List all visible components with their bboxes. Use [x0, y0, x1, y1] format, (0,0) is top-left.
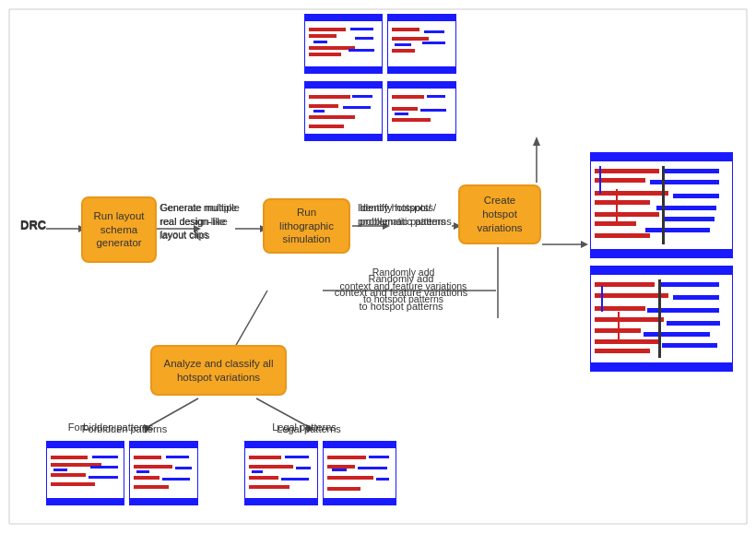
svg-rect-36	[313, 41, 327, 43]
svg-rect-87	[595, 282, 655, 287]
svg-rect-101	[601, 286, 603, 312]
svg-rect-118	[134, 465, 172, 469]
svg-rect-136	[323, 441, 396, 505]
svg-rect-115	[129, 441, 198, 448]
svg-rect-68	[595, 169, 659, 173]
svg-rect-113	[53, 469, 67, 471]
svg-rect-81	[662, 166, 665, 244]
svg-rect-129	[249, 465, 293, 469]
svg-rect-100	[658, 279, 661, 358]
svg-rect-75	[664, 169, 719, 173]
forbidden-patterns-label: Forbidden patterns	[51, 421, 171, 433]
svg-rect-106	[51, 456, 88, 459]
svg-rect-63	[420, 109, 446, 112]
svg-rect-71	[595, 200, 650, 205]
svg-rect-109	[51, 482, 95, 486]
svg-rect-92	[595, 339, 659, 344]
svg-rect-145	[376, 478, 389, 481]
svg-rect-135	[252, 470, 263, 473]
svg-rect-30	[309, 34, 337, 38]
svg-rect-58	[387, 134, 456, 141]
svg-rect-86	[590, 362, 733, 372]
svg-rect-121	[166, 456, 189, 458]
run-layout-box: Run layout schema generator	[81, 196, 157, 263]
circuit-top-2	[387, 14, 456, 74]
svg-rect-110	[92, 456, 118, 458]
svg-rect-67	[590, 249, 733, 258]
svg-rect-47	[304, 81, 383, 89]
svg-rect-88	[595, 293, 668, 298]
svg-rect-45	[395, 43, 411, 46]
create-hotspot-box: Create hotspot variations	[458, 184, 541, 244]
svg-rect-94	[659, 282, 719, 287]
circuit-legal-1	[244, 441, 318, 505]
svg-rect-41	[392, 37, 429, 41]
svg-rect-104	[46, 441, 124, 448]
identify-hotspots-label: Identify hotspots/problematic patterns	[358, 201, 457, 228]
svg-rect-60	[392, 107, 418, 111]
svg-rect-122	[175, 467, 192, 469]
circuit-top-4	[387, 81, 456, 141]
circuit-right-2	[590, 266, 733, 372]
svg-rect-80	[645, 228, 710, 232]
svg-rect-79	[664, 217, 715, 221]
svg-rect-142	[327, 487, 360, 491]
circuit-forbidden-1	[46, 441, 124, 505]
svg-rect-48	[304, 134, 383, 141]
circuit-right-1	[590, 152, 733, 258]
svg-rect-55	[313, 110, 325, 113]
svg-rect-28	[304, 66, 383, 74]
svg-rect-127	[244, 498, 318, 505]
svg-rect-144	[358, 467, 387, 469]
svg-rect-132	[285, 456, 309, 458]
svg-rect-133	[296, 467, 311, 469]
svg-rect-49	[309, 95, 350, 99]
diagram-container: DRC Run layout schema generator Generate…	[0, 0, 756, 534]
svg-rect-27	[304, 14, 383, 21]
svg-rect-77	[673, 194, 719, 198]
svg-rect-74	[595, 233, 650, 238]
svg-rect-83	[616, 189, 618, 221]
svg-rect-116	[129, 498, 198, 505]
svg-rect-105	[46, 498, 124, 505]
svg-rect-131	[249, 485, 289, 489]
svg-rect-112	[89, 476, 118, 479]
legal-patterns-label: Legal patterns	[249, 421, 360, 433]
svg-rect-73	[595, 221, 636, 226]
svg-rect-50	[309, 104, 338, 108]
svg-rect-69	[595, 178, 645, 183]
svg-rect-54	[343, 106, 371, 109]
svg-rect-128	[249, 456, 281, 459]
svg-rect-57	[387, 81, 456, 89]
svg-rect-117	[134, 456, 161, 459]
svg-rect-98	[644, 332, 710, 337]
svg-rect-108	[51, 473, 86, 477]
svg-rect-82	[599, 166, 601, 194]
svg-rect-143	[369, 456, 389, 458]
svg-rect-123	[162, 478, 190, 481]
svg-rect-72	[595, 212, 659, 217]
svg-rect-93	[595, 349, 650, 353]
svg-rect-39	[387, 66, 456, 74]
svg-rect-102	[618, 312, 620, 341]
randomly-add-label: Randomly addcontext and feature variatio…	[318, 266, 489, 306]
circuit-legal-2	[323, 441, 396, 505]
svg-rect-33	[350, 28, 373, 30]
svg-rect-53	[352, 95, 372, 98]
svg-marker-15	[533, 136, 540, 146]
svg-rect-34	[355, 37, 373, 40]
svg-rect-51	[309, 115, 355, 119]
circuit-top-1	[304, 14, 383, 74]
svg-rect-66	[590, 152, 733, 161]
svg-rect-35	[348, 49, 374, 52]
svg-rect-120	[134, 485, 169, 489]
svg-rect-52	[309, 125, 344, 128]
svg-rect-90	[595, 317, 664, 322]
svg-rect-32	[309, 53, 341, 56]
svg-rect-61	[392, 118, 431, 122]
svg-rect-64	[395, 113, 408, 115]
svg-rect-44	[422, 42, 445, 44]
svg-rect-146	[332, 469, 347, 471]
svg-rect-124	[136, 470, 149, 473]
run-litho-box: Run lithographic simulation	[263, 198, 350, 254]
